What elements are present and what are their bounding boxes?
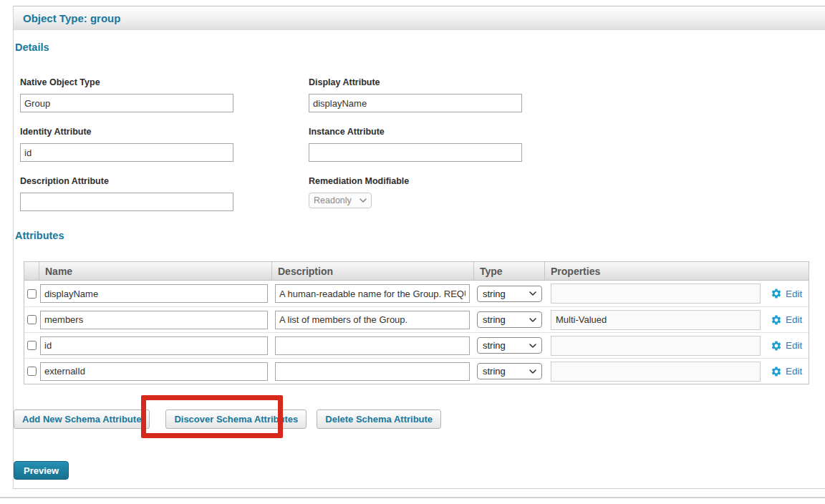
panel-header: Object Type: group [14,6,825,30]
attribute-type-select[interactable]: string [477,363,542,379]
edit-link[interactable]: Edit [771,366,802,377]
edit-link-label[interactable]: Edit [786,289,802,299]
row-checkbox[interactable] [27,367,37,376]
schema-actions-row: Add New Schema Attribute Discover Schema… [14,410,825,429]
header-properties: Properties [544,262,809,280]
edit-link[interactable]: Edit [771,288,802,299]
description-attribute-label: Description Attribute [20,176,309,186]
page-separator [0,497,825,498]
row-checkbox[interactable] [27,289,37,299]
delete-schema-attribute-button[interactable]: Delete Schema Attribute [317,410,441,429]
field-description-attribute: Description Attribute [20,176,309,211]
preview-button[interactable]: Preview [14,461,69,480]
attribute-properties-field [551,336,761,356]
attribute-description-input[interactable] [275,311,470,329]
chevron-down-icon [529,318,536,322]
description-attribute-input[interactable] [20,193,233,211]
field-native-object-type: Native Object Type [20,77,309,112]
table-row: string Edit [24,332,809,358]
attribute-name-input[interactable] [40,362,268,381]
attribute-description-input[interactable] [275,284,470,303]
header-checkbox-column [24,262,39,280]
edit-link[interactable]: Edit [771,314,802,326]
identity-attribute-input[interactable] [20,143,233,162]
attributes-table: Name Description Type Properties string [24,261,809,384]
remediation-modifiable-value: Readonly [314,195,352,205]
attribute-description-input[interactable] [275,336,470,355]
add-new-schema-attribute-button[interactable]: Add New Schema Attribute [14,410,150,429]
field-remediation-modifiable: Remediation Modifiable Readonly [309,176,825,211]
row-checkbox[interactable] [27,315,37,324]
attribute-properties-field [551,284,761,304]
attribute-description-input[interactable] [275,362,470,381]
chevron-down-icon [529,369,536,374]
field-instance-attribute: Instance Attribute [309,127,825,162]
panel-title: Object Type: group [23,12,120,24]
object-type-panel: Object Type: group Details Native Object… [13,6,825,489]
header-type: Type [473,262,544,280]
page: Object Type: group Details Native Object… [0,0,825,504]
attribute-type-value: string [483,340,506,351]
instance-attribute-label: Instance Attribute [309,127,825,137]
attributes-heading: Attributes [15,230,825,241]
table-row: string Edit [24,306,809,332]
instance-attribute-input[interactable] [309,143,522,162]
gear-icon [771,314,782,326]
details-form: Native Object Type Display Attribute Ide… [20,77,825,211]
attribute-type-select[interactable]: string [477,311,542,328]
attribute-type-select[interactable]: string [477,286,542,302]
display-attribute-input[interactable] [309,94,522,112]
remediation-modifiable-select[interactable]: Readonly [309,193,372,208]
header-description: Description [271,262,473,280]
edit-link[interactable]: Edit [771,340,802,352]
edit-link-label[interactable]: Edit [786,366,802,377]
field-identity-attribute: Identity Attribute [20,127,309,162]
attribute-name-input[interactable] [40,336,268,355]
attribute-type-value: string [483,289,506,299]
attribute-name-input[interactable] [40,311,268,329]
identity-attribute-label: Identity Attribute [20,127,309,137]
attributes-table-header: Name Description Type Properties [24,262,809,281]
attribute-type-value: string [483,314,506,325]
field-display-attribute: Display Attribute [309,77,825,112]
attribute-properties-field [551,310,761,330]
attribute-type-select[interactable]: string [477,337,542,354]
attribute-name-input[interactable] [40,284,268,303]
gear-icon [771,366,782,377]
remediation-modifiable-label: Remediation Modifiable [309,176,825,186]
native-object-type-input[interactable] [20,94,233,112]
chevron-down-icon [360,198,367,203]
details-heading: Details [15,42,825,53]
edit-link-label[interactable]: Edit [786,314,802,325]
native-object-type-label: Native Object Type [20,77,309,87]
table-row: string Edit [24,358,809,384]
edit-link-label[interactable]: Edit [786,340,802,351]
attribute-type-value: string [483,366,506,377]
attribute-properties-field [551,362,761,382]
table-row: string Edit [24,281,809,306]
gear-icon [771,340,782,352]
header-name: Name [39,262,271,280]
chevron-down-icon [529,344,536,348]
display-attribute-label: Display Attribute [309,77,825,87]
discover-schema-attributes-button[interactable]: Discover Schema Attributes [165,410,307,429]
row-checkbox[interactable] [27,341,37,350]
chevron-down-icon [529,291,536,296]
gear-icon [771,288,782,299]
